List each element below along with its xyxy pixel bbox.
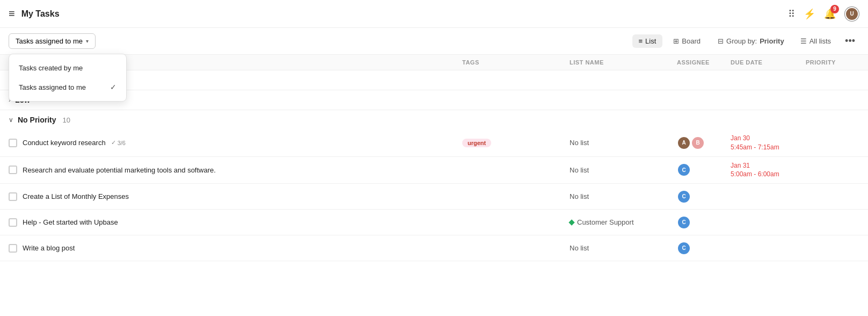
list-view-button[interactable]: ≡ List — [632, 34, 663, 48]
grid-icon: ⠿ — [788, 8, 795, 20]
task-main-cell: Create a List of Monthly Expenses — [9, 192, 462, 201]
flash-icon: ⚡ — [804, 8, 815, 20]
toolbar-right: ≡ List ⊞ Board ⊟ Group by: Priority ☰ Al… — [632, 33, 860, 49]
task-main-cell: Conduct keyword research ✓ 3/6 — [9, 139, 462, 147]
task-checkbox[interactable] — [9, 192, 17, 201]
dropdown-label: Tasks assigned to me — [16, 37, 83, 45]
list-name-cell: Customer Support — [570, 218, 677, 226]
due-date-cell: Jan 305:45am - 7:15am — [731, 134, 806, 152]
list-icon: ≡ — [639, 37, 643, 45]
col-priority: PRIORITY — [806, 59, 859, 66]
tasks-filter-dropdown[interactable]: Tasks assigned to me ▾ — [9, 33, 96, 49]
assignee-avatar: A — [677, 136, 691, 150]
col-list-name: LIST NAME — [570, 59, 677, 66]
avatar-image: U — [845, 7, 859, 21]
task-checkbox[interactable] — [9, 139, 17, 147]
list-name: Customer Support — [577, 218, 634, 226]
task-main-cell: Help - Get started with Upbase — [9, 218, 462, 227]
lists-icon: ☰ — [800, 37, 807, 45]
board-view-button[interactable]: ⊞ Board — [667, 34, 707, 48]
task-row: Write a blog post No list C — [0, 235, 868, 261]
col-tags: TAGS — [462, 59, 570, 66]
board-view-label: Board — [682, 37, 701, 45]
task-checkbox[interactable] — [9, 244, 17, 253]
task-name[interactable]: Research and evaluate potential marketin… — [23, 166, 216, 174]
task-main-cell: Research and evaluate potential marketin… — [9, 166, 462, 174]
task-name[interactable]: Conduct keyword research — [23, 139, 106, 147]
assignee-avatar: C — [677, 241, 691, 255]
user-avatar[interactable]: U — [844, 6, 859, 21]
more-options-button[interactable]: ••• — [841, 33, 859, 49]
list-view-label: List — [645, 37, 656, 45]
task-row: Research and evaluate potential marketin… — [0, 157, 868, 184]
list-diamond-icon — [568, 219, 574, 225]
col-due-date: DUE DATE — [731, 59, 806, 66]
menu-item-label: Tasks assigned to me — [19, 83, 86, 91]
subtask-count: 3/6 — [118, 140, 126, 146]
notification-badge: 9 — [830, 5, 839, 13]
task-row: Conduct keyword research ✓ 3/6 urgent No… — [0, 130, 868, 157]
no-priority-section-title: No Priority — [18, 116, 56, 124]
list-name-cell: No list — [570, 166, 677, 174]
assignee-avatar: C — [677, 216, 691, 229]
list-name: No list — [570, 192, 589, 200]
page-title: My Tasks — [21, 9, 60, 19]
chevron-down-icon: ▾ — [86, 38, 89, 44]
task-name[interactable]: Help - Get started with Upbase — [23, 218, 118, 226]
board-icon: ⊞ — [673, 37, 679, 45]
flash-icon-button[interactable]: ⚡ — [804, 8, 815, 20]
task-main-cell: Write a blog post — [9, 244, 462, 253]
list-name: No list — [570, 139, 589, 147]
all-lists-button[interactable]: ☰ All lists — [795, 34, 836, 48]
notification-wrapper: 🔔 9 — [824, 8, 836, 20]
low-section-header[interactable]: › Low — [0, 90, 868, 110]
topbar: ≡ My Tasks ⠿ ⚡ 🔔 9 U — [0, 0, 868, 28]
group-by-button[interactable]: ⊟ Group by: Priority — [711, 34, 791, 48]
toolbar: Tasks assigned to me ▾ Tasks created by … — [0, 28, 868, 55]
assignee-group: A B — [677, 136, 705, 150]
lists-label: All lists — [809, 37, 831, 45]
task-checkbox[interactable] — [9, 218, 17, 227]
group-value: Priority — [760, 37, 784, 45]
group-icon: ⊟ — [718, 37, 724, 45]
topbar-left: ≡ My Tasks — [9, 8, 60, 20]
topbar-right: ⠿ ⚡ 🔔 9 U — [788, 6, 859, 21]
table-header: TAGS LIST NAME ASSIGNEE DUE DATE PRIORIT… — [0, 55, 868, 70]
checkmark-icon: ✓ — [110, 83, 116, 91]
assignee-avatar: C — [677, 190, 691, 204]
list-name: No list — [570, 244, 589, 252]
urgent-tag: urgent — [462, 139, 491, 147]
tag-cell: urgent — [462, 138, 570, 147]
task-name[interactable]: Create a List of Monthly Expenses — [23, 192, 129, 200]
grid-icon-button[interactable]: ⠿ — [788, 8, 795, 20]
subtask-indicator: ✓ 3/6 — [111, 139, 126, 146]
more-icon: ••• — [845, 35, 855, 46]
task-row: Help - Get started with Upbase Customer … — [0, 210, 868, 235]
group-label: Group by: — [726, 37, 757, 45]
assignee-cell: C — [677, 216, 731, 229]
menu-item-label: Tasks created by me — [19, 64, 83, 72]
assignee-cell: C — [677, 241, 731, 255]
assignee-avatar: B — [691, 136, 705, 150]
due-date-cell: Jan 315:00am - 6:00am — [731, 161, 806, 179]
assignee-cell: C — [677, 190, 731, 204]
dropdown-menu: Tasks created by me Tasks assigned to me… — [9, 54, 127, 102]
menu-item-assigned-to-me[interactable]: Tasks assigned to me ✓ — [9, 77, 126, 97]
toolbar-left: Tasks assigned to me ▾ Tasks created by … — [9, 33, 96, 49]
assignee-avatar: C — [677, 163, 691, 177]
task-checkbox[interactable] — [9, 166, 17, 174]
list-name-cell: No list — [570, 139, 677, 147]
no-priority-count: 10 — [63, 116, 70, 124]
list-name-cell: No list — [570, 192, 677, 200]
task-name[interactable]: Write a blog post — [23, 244, 75, 252]
col-assignee: ASSIGNEE — [677, 59, 731, 66]
no-priority-section-header[interactable]: ∨ No Priority 10 — [0, 110, 868, 130]
medium-section-header[interactable]: › Medium — [0, 70, 868, 90]
menu-item-created-by-me[interactable]: Tasks created by me — [9, 59, 126, 77]
subtask-icon: ✓ — [111, 139, 116, 146]
menu-button[interactable]: ≡ — [9, 8, 15, 20]
assignee-cell: C — [677, 163, 731, 177]
list-name: No list — [570, 166, 589, 174]
list-name-cell: No list — [570, 244, 677, 252]
task-row: Create a List of Monthly Expenses No lis… — [0, 184, 868, 210]
